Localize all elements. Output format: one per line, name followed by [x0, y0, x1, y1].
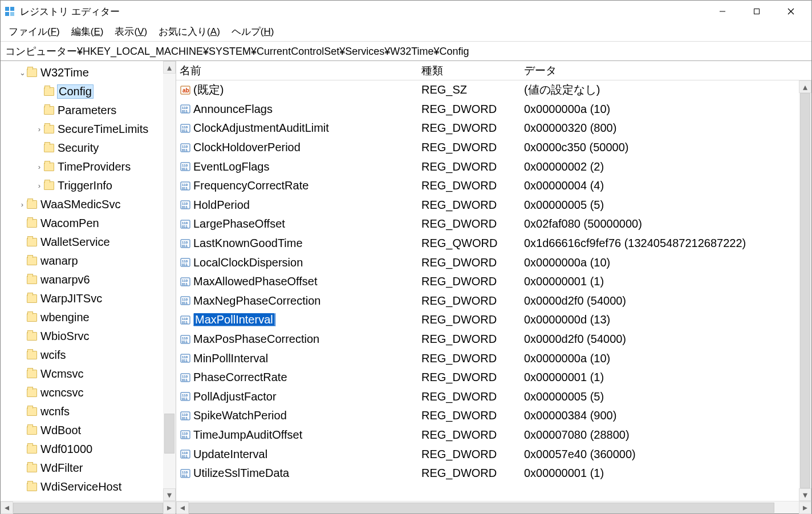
list-row[interactable]: 110011MaxAllowedPhaseOffsetREG_DWORD0x00…: [176, 272, 811, 292]
scroll-up-button[interactable]: ▴: [163, 61, 176, 74]
list-row[interactable]: 110011LastKnownGoodTimeREG_QWORD0x1d6661…: [176, 234, 811, 253]
tree-node[interactable]: ›TimeProviders: [1, 157, 176, 176]
tree-node[interactable]: wcifs: [1, 346, 176, 365]
list-row[interactable]: 110011SpikeWatchPeriodREG_DWORD0x0000038…: [176, 406, 811, 426]
menu-ファイル[interactable]: ファイル(F): [3, 23, 66, 40]
tree-node[interactable]: Config: [1, 82, 176, 101]
column-header-type[interactable]: 種類: [421, 63, 524, 78]
expander-closed-icon[interactable]: ›: [35, 125, 44, 133]
scroll-thumb[interactable]: [189, 503, 774, 513]
scroll-up-button[interactable]: ▴: [799, 80, 811, 93]
scroll-down-button[interactable]: ▾: [799, 488, 811, 501]
menu-編集[interactable]: 編集(E): [66, 23, 109, 40]
tree-node[interactable]: WbioSrvc: [1, 327, 176, 346]
expander-closed-icon[interactable]: ›: [35, 163, 44, 171]
list-row[interactable]: ab(既定)REG_SZ(値の設定なし): [176, 80, 811, 100]
list-row[interactable]: 110011PhaseCorrectRateREG_DWORD0x0000000…: [176, 368, 811, 387]
list-row[interactable]: 110011PollAdjustFactorREG_DWORD0x0000000…: [176, 387, 811, 407]
value-type: REG_QWORD: [421, 237, 524, 250]
folder-icon: [27, 426, 37, 435]
list-row[interactable]: 110011MaxNegPhaseCorrectionREG_DWORD0x00…: [176, 292, 811, 311]
tree-node-label: WarpJITSvc: [40, 292, 102, 305]
list-row[interactable]: 110011LargePhaseOffsetREG_DWORD0x02faf08…: [176, 214, 811, 234]
tree-node[interactable]: WdiServiceHost: [1, 477, 176, 496]
list-row[interactable]: 110011MaxPosPhaseCorrectionREG_DWORD0x00…: [176, 330, 811, 349]
tree-node[interactable]: WdBoot: [1, 421, 176, 440]
scroll-left-button[interactable]: ◂: [1, 501, 13, 514]
list-row[interactable]: 110011ClockAdjustmentAuditLimitREG_DWORD…: [176, 119, 811, 138]
value-name: MaxPollInterval: [193, 313, 421, 326]
close-button[interactable]: [774, 1, 808, 22]
list-row[interactable]: 110011FrequencyCorrectRateREG_DWORD0x000…: [176, 176, 811, 196]
tree-node[interactable]: wanarp: [1, 252, 176, 270]
menu-ヘルプ[interactable]: ヘルプ(H): [226, 23, 280, 40]
tree-node[interactable]: wbengine: [1, 308, 176, 327]
tree-node-label: SecureTimeLimits: [58, 123, 148, 136]
tree-node[interactable]: Security: [1, 139, 176, 157]
tree-node[interactable]: ›WaaSMedicSvc: [1, 195, 176, 214]
tree-node-label: wbengine: [40, 311, 90, 324]
tree-node[interactable]: WalletService: [1, 233, 176, 252]
value-type: REG_DWORD: [421, 256, 524, 269]
list-vertical-scrollbar[interactable]: ▴ ▾: [799, 80, 811, 501]
tree-node[interactable]: wcnfs: [1, 402, 176, 421]
maximize-button[interactable]: [740, 1, 774, 22]
value-name: UpdateInterval: [193, 448, 421, 461]
scroll-left-button[interactable]: ◂: [176, 501, 189, 514]
binary-value-icon: 110011: [180, 353, 191, 363]
scroll-right-button[interactable]: ▸: [163, 501, 176, 514]
column-header-data[interactable]: データ: [524, 63, 811, 78]
value-name: (既定): [193, 82, 421, 98]
list-row[interactable]: 110011UpdateIntervalREG_DWORD0x00057e40 …: [176, 444, 811, 464]
binary-value-icon: 110011: [180, 334, 191, 345]
tree-node[interactable]: WacomPen: [1, 214, 176, 233]
value-data: 0x00000004 (4): [524, 179, 811, 192]
tree-node-label: TriggerInfo: [58, 179, 112, 192]
tree-node[interactable]: ›TriggerInfo: [1, 176, 176, 195]
list-row[interactable]: 110011LocalClockDispersionREG_DWORD0x000…: [176, 253, 811, 272]
scroll-down-button[interactable]: ▾: [163, 488, 176, 501]
value-name: EventLogFlags: [193, 160, 421, 173]
scroll-thumb[interactable]: [13, 503, 163, 513]
list-horizontal-scrollbar[interactable]: ◂ ▸: [176, 501, 811, 513]
value-data: 0x00057e40 (360000): [524, 448, 811, 461]
list-row[interactable]: 110011EventLogFlagsREG_DWORD0x00000002 (…: [176, 157, 811, 176]
scroll-right-button[interactable]: ▸: [799, 501, 811, 514]
tree-horizontal-scrollbar[interactable]: ◂ ▸: [1, 501, 176, 513]
tree-view[interactable]: ⌄W32TimeConfigParameters›SecureTimeLimit…: [1, 61, 176, 501]
binary-value-icon: 110011: [180, 104, 191, 114]
tree-node[interactable]: WdFilter: [1, 459, 176, 477]
folder-icon: [27, 351, 37, 359]
value-name: MaxPosPhaseCorrection: [193, 333, 421, 346]
minimize-button[interactable]: [705, 1, 740, 22]
scroll-thumb[interactable]: [800, 93, 810, 488]
list-row[interactable]: 110011MinPollIntervalREG_DWORD0x0000000a…: [176, 349, 811, 368]
tree-node[interactable]: Wcmsvc: [1, 365, 176, 383]
column-header-name[interactable]: 名前: [180, 63, 421, 78]
value-type: REG_DWORD: [421, 352, 524, 365]
tree-node[interactable]: Parameters: [1, 101, 176, 120]
tree-node[interactable]: ⌄W32Time: [1, 63, 176, 82]
tree-node[interactable]: Wdf01000: [1, 440, 176, 459]
list-row[interactable]: 110011UtilizeSslTimeDataREG_DWORD0x00000…: [176, 464, 811, 483]
binary-value-icon: 110011: [180, 200, 191, 210]
expander-closed-icon[interactable]: ›: [18, 200, 27, 209]
tree-node[interactable]: WarpJITSvc: [1, 289, 176, 308]
tree-node[interactable]: wanarpv6: [1, 270, 176, 289]
tree-node[interactable]: wcncsvc: [1, 383, 176, 402]
list-row[interactable]: 110011MaxPollIntervalREG_DWORD0x0000000d…: [176, 310, 811, 330]
address-bar[interactable]: コンピューター¥HKEY_LOCAL_MACHINE¥SYSTEM¥Curren…: [1, 42, 811, 61]
tree-node[interactable]: ›SecureTimeLimits: [1, 120, 176, 139]
value-name: LocalClockDispersion: [193, 256, 421, 269]
scroll-thumb[interactable]: [164, 414, 174, 454]
expander-open-icon[interactable]: ⌄: [18, 68, 27, 77]
tree-vertical-scrollbar[interactable]: ▴ ▾: [163, 61, 176, 501]
menu-お気に入り[interactable]: お気に入り(A): [153, 23, 226, 40]
menu-表示[interactable]: 表示(V): [109, 23, 153, 40]
list-row[interactable]: 110011HoldPeriodREG_DWORD0x00000005 (5): [176, 196, 811, 215]
expander-closed-icon[interactable]: ›: [35, 181, 44, 190]
list-row[interactable]: 110011ClockHoldoverPeriodREG_DWORD0x0000…: [176, 138, 811, 157]
binary-value-icon: 110011: [180, 143, 191, 153]
list-row[interactable]: 110011AnnounceFlagsREG_DWORD0x0000000a (…: [176, 100, 811, 119]
list-row[interactable]: 110011TimeJumpAuditOffsetREG_DWORD0x0000…: [176, 426, 811, 445]
